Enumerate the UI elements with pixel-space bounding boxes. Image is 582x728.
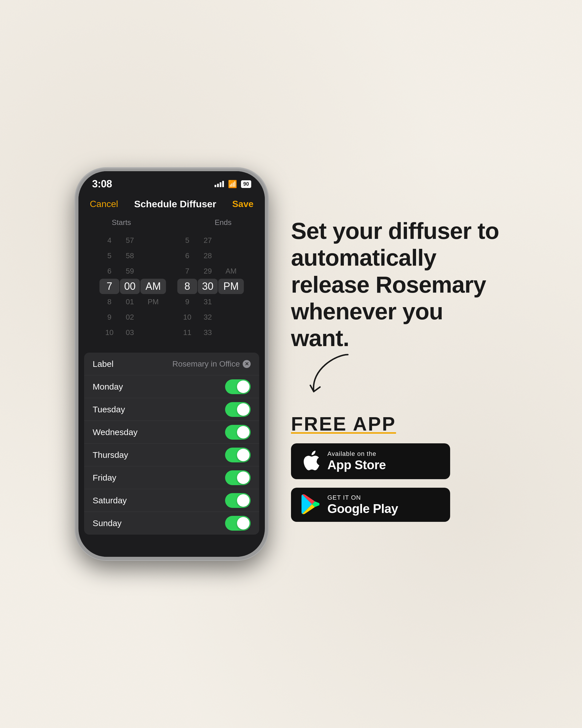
saturday-item[interactable]: Saturday bbox=[84, 489, 259, 512]
picker-item-selected[interactable]: 30 bbox=[198, 279, 218, 294]
picker-item: 11 bbox=[177, 325, 197, 340]
label-key: Label bbox=[93, 359, 113, 369]
picker-item-selected[interactable]: 00 bbox=[120, 279, 140, 294]
picker-item bbox=[221, 248, 241, 263]
picker-item-selected[interactable]: 7 bbox=[100, 279, 119, 294]
picker-item: 27 bbox=[198, 233, 218, 248]
app-store-button[interactable]: Available on the App Store bbox=[291, 443, 450, 479]
picker-item: 10 bbox=[100, 325, 119, 340]
picker-item bbox=[221, 233, 241, 248]
google-play-button[interactable]: GET IT ON Google Play bbox=[291, 488, 450, 522]
ends-picker[interactable]: 5 6 7 8 9 10 11 27 28 bbox=[177, 233, 244, 340]
app-store-text: Available on the App Store bbox=[327, 450, 386, 472]
starts-label: Starts bbox=[112, 218, 131, 227]
picker-item: 6 bbox=[177, 248, 197, 263]
picker-item bbox=[143, 325, 163, 340]
phone-mockup: 3:08 📶 90 Cancel Sc bbox=[75, 168, 268, 560]
picker-item: 57 bbox=[120, 233, 140, 248]
picker-item bbox=[221, 309, 241, 325]
google-play-text: GET IT ON Google Play bbox=[327, 494, 398, 516]
screen-title: Schedule Diffuser bbox=[134, 199, 216, 210]
picker-item bbox=[143, 309, 163, 325]
picker-item bbox=[221, 325, 241, 340]
picker-item: 02 bbox=[120, 309, 140, 325]
picker-item: 8 bbox=[100, 294, 119, 309]
starts-picker[interactable]: 4 5 6 7 8 9 10 57 58 bbox=[100, 233, 166, 340]
day-label: Sunday bbox=[93, 518, 121, 528]
google-play-main: Google Play bbox=[327, 502, 398, 516]
picker-item: PM bbox=[143, 294, 163, 309]
picker-item: 31 bbox=[198, 294, 218, 309]
picker-item: 03 bbox=[120, 325, 140, 340]
tuesday-item[interactable]: Tuesday bbox=[84, 398, 259, 421]
app-store-sub: Available on the bbox=[327, 450, 386, 458]
picker-item: AM bbox=[221, 263, 241, 279]
ends-period-col[interactable]: AM PM bbox=[218, 233, 244, 340]
day-label: Saturday bbox=[93, 496, 127, 505]
picker-item: 9 bbox=[177, 294, 197, 309]
time-picker-section: Starts Ends 4 5 6 7 8 bbox=[78, 215, 265, 347]
wifi-icon: 📶 bbox=[228, 180, 237, 188]
monday-item[interactable]: Monday bbox=[84, 375, 259, 398]
picker-item: 9 bbox=[100, 309, 119, 325]
camera-notch bbox=[168, 176, 175, 183]
day-label: Monday bbox=[93, 382, 123, 392]
sunday-item[interactable]: Sunday bbox=[84, 512, 259, 535]
save-button[interactable]: Save bbox=[232, 199, 253, 209]
monday-toggle[interactable] bbox=[225, 379, 251, 394]
starts-minutes-col[interactable]: 57 58 59 00 01 02 03 bbox=[120, 233, 140, 340]
picker-item: 59 bbox=[120, 263, 140, 279]
saturday-toggle[interactable] bbox=[225, 493, 251, 508]
app-store-main: App Store bbox=[327, 458, 386, 472]
picker-item: 29 bbox=[198, 263, 218, 279]
picker-item bbox=[221, 294, 241, 309]
ends-hours-col[interactable]: 5 6 7 8 9 10 11 bbox=[177, 233, 197, 340]
label-item[interactable]: Label Rosemary in Office ✕ bbox=[84, 353, 259, 375]
wednesday-item[interactable]: Wednesday bbox=[84, 421, 259, 444]
picker-item bbox=[143, 248, 163, 263]
starts-hours-col[interactable]: 4 5 6 7 8 9 10 bbox=[100, 233, 119, 340]
phone-bottom-space bbox=[78, 540, 265, 557]
free-app-label: FREE APP bbox=[291, 413, 507, 435]
signal-icon bbox=[215, 181, 224, 187]
starts-period-col[interactable]: AM PM bbox=[140, 233, 166, 340]
picker-item-selected[interactable]: 8 bbox=[177, 279, 197, 294]
status-icons: 📶 90 bbox=[215, 180, 251, 188]
tagline-text: Set your diffuser to automatically relea… bbox=[291, 217, 507, 352]
picker-item: 28 bbox=[198, 248, 218, 263]
status-time: 3:08 bbox=[92, 178, 112, 190]
clear-label-button[interactable]: ✕ bbox=[243, 360, 251, 368]
friday-toggle[interactable] bbox=[225, 470, 251, 485]
picker-item: 6 bbox=[100, 263, 119, 279]
picker-item: 10 bbox=[177, 309, 197, 325]
picker-item: 33 bbox=[198, 325, 218, 340]
picker-item bbox=[143, 263, 163, 279]
picker-item-selected[interactable]: AM bbox=[140, 279, 166, 294]
apple-icon bbox=[301, 449, 320, 473]
thursday-toggle[interactable] bbox=[225, 448, 251, 462]
picker-item bbox=[143, 233, 163, 248]
google-play-sub: GET IT ON bbox=[327, 494, 398, 501]
thursday-item[interactable]: Thursday bbox=[84, 444, 259, 466]
picker-item-selected[interactable]: PM bbox=[218, 279, 244, 294]
day-label: Thursday bbox=[93, 450, 128, 460]
label-value: Rosemary in Office ✕ bbox=[172, 360, 251, 368]
ends-minutes-col[interactable]: 27 28 29 30 31 32 33 bbox=[198, 233, 218, 340]
tuesday-toggle[interactable] bbox=[225, 402, 251, 417]
google-play-icon bbox=[301, 494, 320, 516]
wednesday-toggle[interactable] bbox=[225, 425, 251, 440]
ends-label: Ends bbox=[215, 218, 231, 227]
picker-item: 58 bbox=[120, 248, 140, 263]
picker-item: 5 bbox=[177, 233, 197, 248]
picker-item: 7 bbox=[177, 263, 197, 279]
arrow-decoration bbox=[302, 352, 359, 397]
friday-item[interactable]: Friday bbox=[84, 466, 259, 489]
free-app-section: FREE APP Available on the App Store bbox=[291, 413, 507, 522]
picker-item: 01 bbox=[120, 294, 140, 309]
navigation-bar: Cancel Schedule Diffuser Save bbox=[78, 193, 265, 215]
cancel-button[interactable]: Cancel bbox=[90, 199, 118, 209]
sunday-toggle[interactable] bbox=[225, 516, 251, 531]
settings-list: Label Rosemary in Office ✕ Monday Tuesda… bbox=[84, 353, 259, 535]
picker-item: 32 bbox=[198, 309, 218, 325]
right-panel: Set your diffuser to automatically relea… bbox=[291, 206, 507, 522]
